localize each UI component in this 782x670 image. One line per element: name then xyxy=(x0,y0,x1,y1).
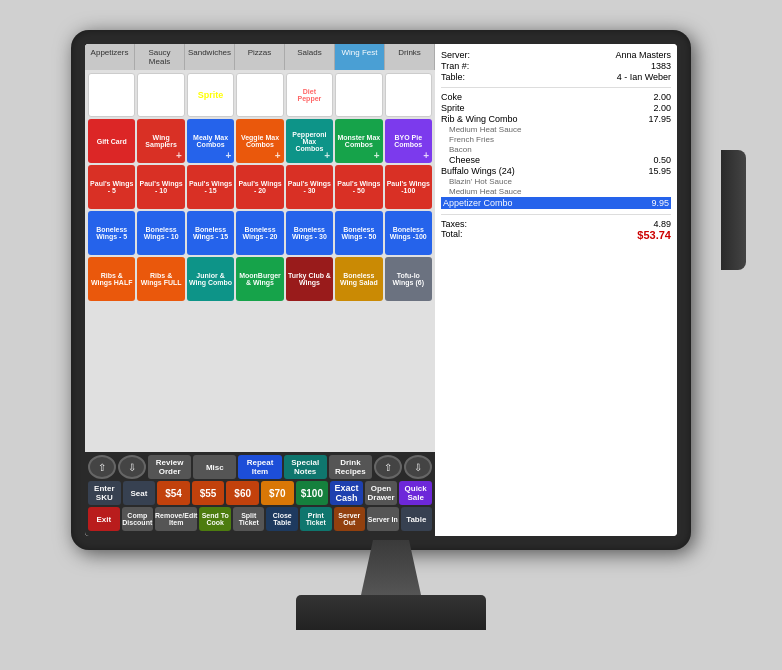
menu-item-mtn-dew[interactable]: MtnDew xyxy=(385,73,432,117)
print-ticket-button[interactable]: Print Ticket xyxy=(300,507,332,531)
receipt-item-cheese: Cheese0.50 xyxy=(441,155,671,165)
menu-item-boneless-15[interactable]: Boneless Wings - 15 xyxy=(187,211,234,255)
comp-discount-button[interactable]: Comp Discount xyxy=(122,507,154,531)
receipt-panel: Server: Anna Masters Tran #: 1383 Table:… xyxy=(435,44,677,536)
tab-wingfest[interactable]: Wing Fest xyxy=(335,44,385,70)
remove-edit-button[interactable]: Remove/Edit Item xyxy=(155,507,197,531)
monitor: Appetizers Saucy Meals Sandwiches Pizzas… xyxy=(51,30,731,640)
enter-sku-button[interactable]: Enter SKU xyxy=(88,481,121,505)
receipt-header: Server: Anna Masters Tran #: 1383 Table:… xyxy=(441,50,671,88)
menu-item-pepperoni-max[interactable]: Pepperoni Max Combos+ xyxy=(286,119,333,163)
scroll-down-right-button[interactable]: ⇩ xyxy=(404,455,432,479)
tab-appetizers[interactable]: Appetizers xyxy=(85,44,135,70)
review-order-button[interactable]: Review Order xyxy=(148,455,191,479)
menu-item-pauls-5[interactable]: Paul's Wings - 5 xyxy=(88,165,135,209)
menu-item-wing-samplers[interactable]: Wing Samplers+ xyxy=(137,119,184,163)
menu-item-drpepper[interactable]: DrPepper xyxy=(236,73,283,117)
cash-54-button[interactable]: $54 xyxy=(157,481,190,505)
menu-item-boneless-50[interactable]: Boneless Wings - 50 xyxy=(335,211,382,255)
screen: Appetizers Saucy Meals Sandwiches Pizzas… xyxy=(85,44,677,536)
menu-item-diet-coke[interactable]: DietCoke xyxy=(137,73,184,117)
menu-grid: CocaCola DietCoke Sprite DrPepper DietPe… xyxy=(85,70,435,452)
receipt-server-row: Server: Anna Masters xyxy=(441,50,671,60)
menu-item-boneless-100[interactable]: Boneless Wings -100 xyxy=(385,211,432,255)
menu-item-boneless-10[interactable]: Boneless Wings - 10 xyxy=(137,211,184,255)
tab-sandwiches[interactable]: Sandwiches xyxy=(185,44,235,70)
receipt-item-sprite: Sprite2.00 xyxy=(441,103,671,113)
cash-60-button[interactable]: $60 xyxy=(226,481,259,505)
menu-item-orange[interactable]: OJ xyxy=(335,73,382,117)
menu-item-pauls-10[interactable]: Paul's Wings - 10 xyxy=(137,165,184,209)
menu-item-turky-club[interactable]: Turky Club & Wings xyxy=(286,257,333,301)
menu-item-ribs-full[interactable]: Ribs & Wings FULL xyxy=(137,257,184,301)
open-drawer-button[interactable]: Open Drawer xyxy=(365,481,398,505)
menu-item-byo-pie[interactable]: BYO Pie Combos+ xyxy=(385,119,432,163)
receipt-item-buffalo: Buffalo Wings (24)15.95 xyxy=(441,166,671,176)
misc-button[interactable]: Misc xyxy=(193,455,236,479)
menu-item-coca-cola[interactable]: CocaCola xyxy=(88,73,135,117)
menu-item-pauls-20[interactable]: Paul's Wings - 20 xyxy=(236,165,283,209)
menu-item-boneless-30[interactable]: Boneless Wings - 30 xyxy=(286,211,333,255)
exact-cash-button[interactable]: Exact Cash xyxy=(330,481,363,505)
receipt-item-appetizer: Appetizer Combo9.95 xyxy=(441,197,671,209)
menu-item-gift-card[interactable]: Gift Card xyxy=(88,119,135,163)
tran-label: Tran #: xyxy=(441,61,469,71)
special-notes-button[interactable]: Special Notes xyxy=(284,455,327,479)
menu-item-pauls-15[interactable]: Paul's Wings - 15 xyxy=(187,165,234,209)
menu-item-junior-wing[interactable]: Junior & Wing Combo xyxy=(187,257,234,301)
tab-pizzas[interactable]: Pizzas xyxy=(235,44,285,70)
monitor-body: Appetizers Saucy Meals Sandwiches Pizzas… xyxy=(71,30,691,550)
exit-button[interactable]: Exit xyxy=(88,507,120,531)
ctrl-row-2: Enter SKU Seat $54 $55 $60 $70 $100 Exac… xyxy=(88,481,432,505)
total-amount: $53.74 xyxy=(637,229,671,241)
cash-100-button[interactable]: $100 xyxy=(296,481,329,505)
seat-button[interactable]: Seat xyxy=(123,481,156,505)
menu-item-dietpepper[interactable]: DietPepper xyxy=(286,73,333,117)
receipt-item-rib-wing: Rib & Wing Combo17.95 xyxy=(441,114,671,124)
quick-sale-button[interactable]: Quick Sale xyxy=(399,481,432,505)
split-ticket-button[interactable]: Split Ticket xyxy=(233,507,265,531)
scroll-down-button[interactable]: ⇩ xyxy=(118,455,146,479)
tran-num: 1383 xyxy=(651,61,671,71)
table-label: Table: xyxy=(441,72,465,82)
menu-item-boneless-20[interactable]: Boneless Wings - 20 xyxy=(236,211,283,255)
monitor-side-attachment xyxy=(721,150,746,270)
menu-item-mealy-max[interactable]: Mealy Max Combos+ xyxy=(187,119,234,163)
cash-70-button[interactable]: $70 xyxy=(261,481,294,505)
tab-drinks[interactable]: Drinks xyxy=(385,44,435,70)
menu-item-sprite[interactable]: Sprite xyxy=(187,73,234,117)
receipt-indent-medium: Medium Heat Sauce xyxy=(441,187,671,196)
receipt-total-row: Total: $53.74 xyxy=(441,229,671,241)
send-to-cook-button[interactable]: Send To Cook xyxy=(199,507,231,531)
menu-item-monster-max[interactable]: Monster Max Combos+ xyxy=(335,119,382,163)
server-in-button[interactable]: Server In xyxy=(367,507,399,531)
receipt-totals: Taxes: 4.89 Total: $53.74 xyxy=(441,214,671,241)
menu-item-moonburger[interactable]: MoonBurger & Wings xyxy=(236,257,283,301)
tab-saucy[interactable]: Saucy Meals xyxy=(135,44,185,70)
receipt-tran-row: Tran #: 1383 xyxy=(441,61,671,71)
close-table-button[interactable]: Close Table xyxy=(266,507,298,531)
server-name: Anna Masters xyxy=(615,50,671,60)
menu-item-pauls-30[interactable]: Paul's Wings - 30 xyxy=(286,165,333,209)
menu-item-pauls-100[interactable]: Paul's Wings -100 xyxy=(385,165,432,209)
menu-item-tofu-wings[interactable]: Tofu-lo Wings (6) xyxy=(385,257,432,301)
bottom-controls: ⇧ ⇩ Review Order Misc Repeat Item Specia… xyxy=(85,452,435,536)
server-out-button[interactable]: Server Out xyxy=(334,507,366,531)
monitor-stand xyxy=(291,540,491,640)
category-tabs: Appetizers Saucy Meals Sandwiches Pizzas… xyxy=(85,44,435,70)
receipt-indent-bacon: Bacon xyxy=(441,145,671,154)
menu-item-boneless-5[interactable]: Boneless Wings - 5 xyxy=(88,211,135,255)
scroll-up-button[interactable]: ⇧ xyxy=(88,455,116,479)
receipt-items: Coke2.00 Sprite2.00 Rib & Wing Combo17.9… xyxy=(441,92,671,210)
scroll-up-right-button[interactable]: ⇧ xyxy=(374,455,402,479)
cash-55-button[interactable]: $55 xyxy=(192,481,225,505)
menu-item-pauls-50[interactable]: Paul's Wings - 50 xyxy=(335,165,382,209)
receipt-table-row: Table: 4 - Ian Weber xyxy=(441,72,671,82)
table-button[interactable]: Table xyxy=(401,507,433,531)
menu-item-boneless-salad[interactable]: Boneless Wing Salad xyxy=(335,257,382,301)
drink-recipes-button[interactable]: Drink Recipes xyxy=(329,455,372,479)
repeat-item-button[interactable]: Repeat Item xyxy=(238,455,281,479)
tab-salads[interactable]: Salads xyxy=(285,44,335,70)
menu-item-veggie-max[interactable]: Veggie Max Combos+ xyxy=(236,119,283,163)
menu-item-ribs-half[interactable]: Ribs & Wings HALF xyxy=(88,257,135,301)
